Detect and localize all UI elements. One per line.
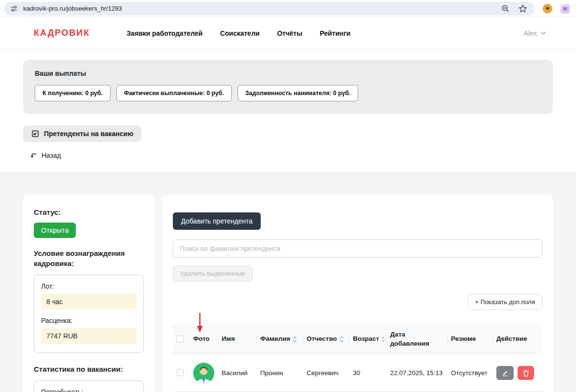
applicants-toggle-button[interactable]: Претенденты на вакансию <box>23 126 141 142</box>
reward-box: Лот: 8 час Расценка: 7747 RUB <box>34 275 144 353</box>
back-link[interactable]: Назад <box>30 152 61 159</box>
sort-icon <box>381 336 385 343</box>
applicants-table: Фото Имя Фамилия Отчество Возраст Дата д… <box>173 324 542 392</box>
applicants-card: Добавить претендента Удалить выделенные … <box>162 195 553 392</box>
cell-age: 30 <box>349 369 386 377</box>
rate-label: Расценка: <box>41 317 137 324</box>
applicant-avatar <box>193 363 214 384</box>
logo[interactable]: КАДРОВИК <box>34 28 90 38</box>
col-photo: Фото <box>189 331 218 347</box>
nav-item-jobseekers[interactable]: Соискатели <box>220 29 260 37</box>
select-all-checkbox[interactable] <box>177 336 184 343</box>
stats-box: Потребность: 10 чел. Принято: <box>34 380 144 392</box>
show-extra-fields-button[interactable]: + Показать доп.поля <box>468 294 542 310</box>
add-applicant-button[interactable]: Добавить претендента <box>173 212 261 230</box>
payment-pill-paid: Фактически выплаченные: 0 руб. <box>116 85 232 101</box>
back-icon <box>30 152 37 159</box>
status-label: Статус: <box>34 208 144 217</box>
content-area: Статус: Открыта Условие вознаграждения к… <box>0 172 576 392</box>
address-bar[interactable]: kadrovik-pro.ru/jobseekers_hr/1293 <box>4 2 535 15</box>
vacancy-info-card: Статус: Открыта Условие вознаграждения к… <box>23 195 155 392</box>
cell-middle-name: Сергеевич <box>303 369 349 377</box>
col-resume: Резюме <box>447 331 492 347</box>
cell-last-name: Пронин <box>256 369 303 377</box>
screen: kadrovik-pro.ru/jobseekers_hr/1293 ✷ M К… <box>0 0 576 392</box>
nav-item-ratings[interactable]: Рейтинги <box>320 29 351 37</box>
trash-icon <box>523 370 529 377</box>
applicants-icon <box>31 130 39 138</box>
chevron-down-icon <box>541 31 546 35</box>
payment-pill-debt: Задолженность нанимателя: 0 руб. <box>238 85 358 101</box>
col-middle-name[interactable]: Отчество <box>303 331 349 347</box>
site-settings-icon[interactable] <box>10 4 18 13</box>
edit-button[interactable] <box>496 366 514 380</box>
site-header: КАДРОВИК Заявки работодателей Соискатели… <box>0 17 576 49</box>
table-row: Василий Пронин Сергеевич 30 22.07.2025, … <box>173 354 542 392</box>
payments-panel: Ваши выплаты К получению: 0 руб. Фактиче… <box>23 60 553 114</box>
payments-title: Ваши выплаты <box>35 70 541 77</box>
sort-icon <box>339 336 344 343</box>
zoom-out-icon[interactable] <box>501 4 510 13</box>
search-input[interactable] <box>173 239 542 258</box>
pencil-icon <box>502 369 509 377</box>
need-label: Потребность: <box>41 388 137 392</box>
main-nav: Заявки работодателей Соискатели Отчёты Р… <box>126 29 351 37</box>
cell-first-name: Василий <box>218 369 256 377</box>
status-badge[interactable]: Открыта <box>34 223 76 238</box>
browser-toolbar: kadrovik-pro.ru/jobseekers_hr/1293 ✷ M <box>0 0 576 17</box>
col-date-added: Дата добавления <box>386 326 425 351</box>
top-section: Ваши выплаты К получению: 0 руб. Фактиче… <box>0 49 576 172</box>
bookmark-star-icon[interactable] <box>519 4 527 13</box>
nav-item-reports[interactable]: Отчёты <box>277 29 302 37</box>
lot-value: 8 час <box>41 294 137 309</box>
col-action: Действие <box>492 331 542 347</box>
cell-date-added: 22.07.2025, 15:13 <box>386 369 447 377</box>
col-age[interactable]: Возраст <box>349 331 386 347</box>
col-first-name: Имя <box>218 331 256 347</box>
red-pointer-arrow <box>196 313 204 333</box>
extension-icon-1[interactable]: ✷ <box>543 4 552 14</box>
cell-resume: Отсутствует <box>447 369 492 377</box>
user-menu[interactable]: Alex <box>524 29 546 37</box>
col-last-name[interactable]: Фамилия <box>256 331 303 347</box>
user-name: Alex <box>524 29 537 37</box>
row-checkbox[interactable] <box>177 369 184 376</box>
reward-title: Условие вознаграждения кадровика: <box>34 249 144 268</box>
nav-item-requests[interactable]: Заявки работодателей <box>126 29 202 37</box>
sort-icon <box>293 336 297 343</box>
lot-label: Лот: <box>41 282 137 290</box>
back-link-label: Назад <box>42 152 61 159</box>
stats-title: Статистика по вакансии: <box>34 364 144 374</box>
applicants-button-label: Претенденты на вакансию <box>44 130 133 138</box>
url-text[interactable]: kadrovik-pro.ru/jobseekers_hr/1293 <box>23 5 501 12</box>
delete-button[interactable] <box>518 366 534 380</box>
delete-selected-button[interactable]: Удалить выделенные <box>173 266 253 281</box>
table-header-row: Фото Имя Фамилия Отчество Возраст Дата д… <box>173 324 542 354</box>
rate-value: 7747 RUB <box>41 328 137 344</box>
extension-icon-2[interactable]: M <box>560 4 570 14</box>
payment-pill-receivable: К получению: 0 руб. <box>35 85 111 101</box>
